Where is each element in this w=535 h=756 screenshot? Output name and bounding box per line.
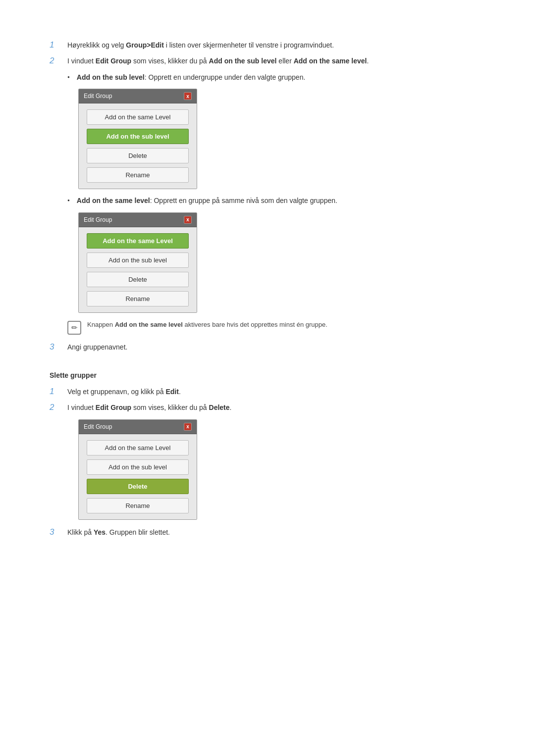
dialog-2-btn-sub-level[interactable]: Add on the sub level (87, 252, 189, 268)
s2-step-1: 1 Velg et gruppenavn, og klikk på Edit. (50, 386, 485, 397)
s2-step-2: 2 I vinduet Edit Group som vises, klikke… (50, 402, 485, 413)
s2-step-number-3: 3 (50, 527, 67, 537)
step-number-2: 2 (50, 55, 67, 66)
step-2-text: I vinduet Edit Group som vises, klikker … (67, 55, 485, 66)
step-3a-text: Angi gruppenavnet. (67, 342, 485, 353)
bullet-dot-2: ● (67, 198, 70, 202)
dialog-1-btn-rename[interactable]: Rename (87, 167, 189, 183)
dialog-3-btn-delete[interactable]: Delete (87, 479, 189, 494)
dialog-2-body: Add on the same Level Add on the sub lev… (79, 227, 197, 312)
section-2-heading: Slette grupper (50, 371, 485, 379)
dialog-1-btn-same-level[interactable]: Add on the same Level (87, 109, 189, 125)
s2-step-1-text: Velg et gruppenavn, og klikk på Edit. (67, 386, 485, 397)
dialog-3-wrapper: Edit Group x Add on the same Level Add o… (78, 419, 485, 520)
dialog-3-body: Add on the same Level Add on the sub lev… (79, 434, 197, 519)
step-number-1: 1 (50, 40, 67, 50)
bullet-text-sub-level: Add on the sub level: Opprett en undergr… (77, 72, 305, 83)
s2-step-3: 3 Klikk på Yes. Gruppen blir slettet. (50, 527, 485, 538)
step-1: 1 Høyreklikk og velg Group>Edit i listen… (50, 40, 485, 50)
dialog-3-btn-same-level[interactable]: Add on the same Level (87, 440, 189, 455)
step-number-3a: 3 (50, 342, 67, 352)
note-icon: ✏ (67, 321, 81, 335)
dialog-1-body: Add on the same Level Add on the sub lev… (79, 103, 197, 189)
bullet-list-2: ● Add on the same level: Opprett en grup… (67, 195, 485, 206)
dialog-1-btn-delete[interactable]: Delete (87, 148, 189, 163)
bullet-text-same-level: Add on the same level: Opprett en gruppe… (77, 195, 337, 206)
dialog-1-titlebar: Edit Group x (79, 89, 197, 103)
dialog-3-close[interactable]: x (184, 423, 192, 431)
s2-step-number-2: 2 (50, 402, 67, 412)
dialog-2: Edit Group x Add on the same Level Add o… (78, 212, 197, 313)
dialog-3-titlebar: Edit Group x (79, 420, 197, 434)
bullet-dot-1: ● (67, 75, 70, 79)
s2-step-number-1: 1 (50, 386, 67, 397)
dialog-1-wrapper: Edit Group x Add on the same Level Add o… (78, 89, 485, 189)
dialog-2-btn-delete[interactable]: Delete (87, 272, 189, 287)
step-2: 2 I vinduet Edit Group som vises, klikke… (50, 55, 485, 66)
step-1-text: Høyreklikk og velg Group>Edit i listen o… (67, 40, 485, 50)
dialog-2-btn-same-level[interactable]: Add on the same Level (87, 233, 189, 249)
dialog-1-close[interactable]: x (184, 92, 192, 100)
dialog-1-title: Edit Group (84, 93, 112, 100)
s2-step-3-text: Klikk på Yes. Gruppen blir slettet. (67, 527, 485, 538)
bullet-item-sub-level: ● Add on the sub level: Opprett en under… (67, 72, 485, 83)
bullet-list-1: ● Add on the sub level: Opprett en under… (67, 72, 485, 83)
dialog-2-title: Edit Group (84, 216, 112, 223)
dialog-3-title: Edit Group (84, 423, 112, 430)
dialog-1-btn-sub-level[interactable]: Add on the sub level (87, 129, 189, 144)
s2-step-2-text: I vinduet Edit Group som vises, klikker … (67, 402, 485, 413)
dialog-2-titlebar: Edit Group x (79, 213, 197, 227)
bullet-item-same-level: ● Add on the same level: Opprett en grup… (67, 195, 485, 206)
step-3-section1: 3 Angi gruppenavnet. (50, 342, 485, 353)
dialog-1: Edit Group x Add on the same Level Add o… (78, 89, 197, 189)
dialog-2-btn-rename[interactable]: Rename (87, 291, 189, 306)
dialog-3: Edit Group x Add on the same Level Add o… (78, 419, 197, 520)
dialog-3-btn-rename[interactable]: Rename (87, 498, 189, 513)
note-box: ✏ Knappen Add on the same level aktivere… (67, 320, 485, 335)
dialog-2-close[interactable]: x (184, 216, 192, 224)
dialog-2-wrapper: Edit Group x Add on the same Level Add o… (78, 212, 485, 313)
dialog-3-btn-sub-level[interactable]: Add on the sub level (87, 459, 189, 475)
note-text: Knappen Add on the same level aktiveres … (87, 320, 327, 330)
